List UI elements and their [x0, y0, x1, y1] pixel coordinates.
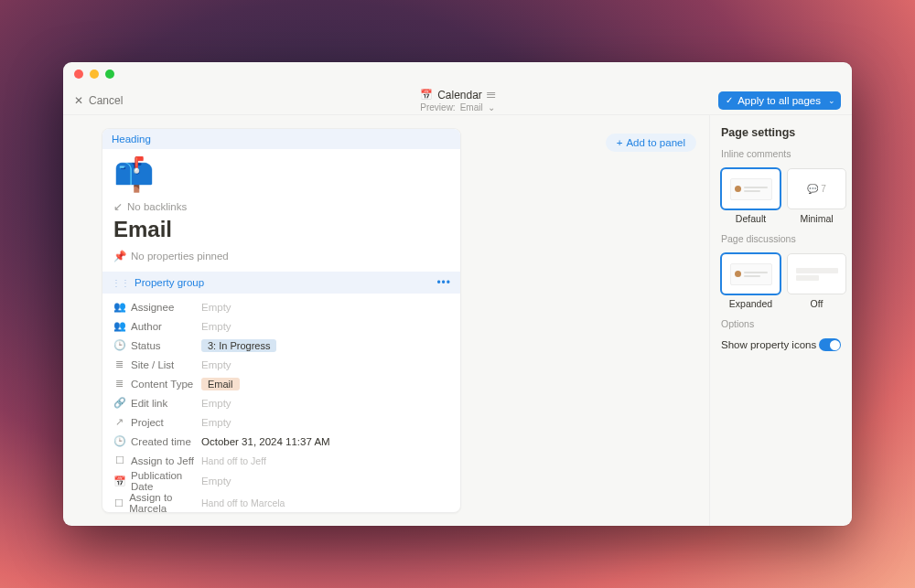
property-group-label: Property group: [135, 277, 204, 288]
property-label: 🔗Edit link: [113, 397, 201, 409]
window-zoom-button[interactable]: [105, 69, 114, 79]
property-label: 🕒Created time: [113, 435, 201, 447]
drag-handle-icon[interactable]: ⋮⋮: [112, 278, 130, 288]
property-value[interactable]: Hand off to Jeff: [201, 455, 266, 466]
property-label: ☐Assign to Marcela: [113, 492, 201, 513]
cancel-label: Cancel: [89, 94, 123, 107]
property-row[interactable]: ☐Assign to MarcelaHand off to Marcela: [113, 492, 449, 513]
apply-to-all-pages-button[interactable]: ✓ Apply to all pages ⌄: [718, 91, 841, 110]
list-icon: ≣: [113, 358, 125, 370]
page-icon[interactable]: 📫: [113, 158, 449, 191]
page-settings-sidebar: Page settings Inline comments Default 💬 …: [709, 115, 852, 526]
more-icon[interactable]: •••: [436, 276, 451, 289]
property-label: ☐Assign to Jeff: [113, 454, 201, 466]
options-label: Options: [721, 318, 841, 329]
property-name: Site / List: [131, 359, 174, 370]
property-row[interactable]: 👥AssigneeEmpty: [113, 297, 449, 316]
property-name: Publication Date: [131, 470, 201, 492]
backlinks-text: No backlinks: [127, 201, 187, 212]
apply-label: Apply to all pages: [737, 95, 821, 106]
property-value[interactable]: Empty: [201, 359, 231, 370]
option-caption: Minimal: [800, 213, 833, 224]
show-property-icons-toggle[interactable]: [819, 338, 841, 351]
heading-label: Heading: [112, 134, 151, 144]
property-row[interactable]: ≣Content TypeEmail: [113, 374, 449, 393]
property-value[interactable]: Empty: [201, 476, 231, 486]
property-row[interactable]: ↗ProjectEmpty: [113, 412, 449, 432]
property-row[interactable]: 👥AuthorEmpty: [113, 316, 449, 336]
property-row[interactable]: ≣Site / ListEmpty: [113, 355, 449, 374]
show-property-icons-label: Show property icons: [721, 339, 816, 350]
property-value[interactable]: Empty: [201, 321, 231, 332]
property-row[interactable]: ☐Assign to JeffHand off to Jeff: [113, 451, 449, 470]
property-list: 👥AssigneeEmpty👥AuthorEmpty🕒Status3: In P…: [102, 294, 460, 513]
inline-comments-label: Inline comments: [721, 148, 841, 159]
property-name: Assign to Marcela: [129, 492, 201, 513]
window-titlebar: [63, 62, 852, 86]
check-icon: ☐: [113, 497, 124, 509]
inline-comments-options: Default 💬 7 Minimal: [721, 168, 841, 224]
property-value[interactable]: Empty: [201, 398, 231, 409]
property-name: Status: [131, 340, 161, 351]
check-icon: ✓: [726, 95, 733, 105]
pin-icon: 📌: [113, 250, 126, 262]
property-value[interactable]: Hand off to Marcela: [201, 497, 285, 508]
cancel-button[interactable]: ✕ Cancel: [74, 94, 123, 107]
property-label: ≣Site / List: [113, 358, 201, 370]
chevron-down-icon: ⌄: [828, 96, 835, 105]
tag: Email: [201, 378, 240, 390]
property-name: Author: [131, 321, 162, 332]
pinned-text: No properties pinned: [131, 251, 229, 262]
property-value[interactable]: 3: In Progress: [201, 339, 276, 352]
property-name: Project: [131, 417, 164, 428]
page-title[interactable]: Email: [113, 217, 449, 242]
inline-comments-default-option[interactable]: [721, 168, 780, 209]
inline-comments-minimal-option[interactable]: 💬 7: [787, 168, 846, 209]
check-icon: ☐: [113, 454, 125, 466]
property-group-header[interactable]: ⋮⋮ Property group •••: [102, 272, 460, 294]
property-row[interactable]: 🕒Status3: In Progress: [113, 336, 449, 355]
property-label: ≣Content Type: [113, 378, 201, 390]
property-value[interactable]: Empty: [201, 417, 231, 428]
arrow-icon: ↗: [113, 416, 125, 428]
property-name: Assignee: [131, 302, 174, 313]
property-name: Assign to Jeff: [131, 455, 194, 466]
database-title-button[interactable]: 📅 Calendar: [420, 89, 495, 102]
backlinks-row[interactable]: ↙ No backlinks: [113, 200, 449, 213]
property-row[interactable]: 🔗Edit linkEmpty: [113, 393, 449, 412]
clock-icon: 🕒: [113, 339, 125, 351]
chevron-down-icon: ⌄: [488, 102, 495, 112]
show-property-icons-row: Show property icons: [721, 338, 841, 351]
preview-selector[interactable]: Preview: Email ⌄: [420, 102, 494, 112]
property-label: 👥Assignee: [113, 301, 201, 313]
window-close-button[interactable]: [74, 69, 83, 79]
people-icon: 👥: [113, 301, 125, 313]
clock-icon: 🕒: [113, 435, 125, 447]
option-caption: Off: [811, 298, 824, 309]
property-label: 📅Publication Date: [113, 470, 201, 492]
close-icon: ✕: [74, 94, 83, 107]
page-discussions-options: Expanded Off: [721, 253, 841, 309]
calendar-icon: 📅: [420, 89, 433, 101]
page-header: 📫 ↙ No backlinks Email 📌 No properties p…: [102, 149, 460, 272]
page-discussions-expanded-option[interactable]: [721, 253, 780, 294]
property-value[interactable]: October 31, 2024 11:37 AM: [201, 436, 330, 447]
backlinks-icon: ↙: [113, 200, 123, 213]
avatar-icon: [735, 186, 741, 192]
property-row[interactable]: 🕒Created timeOctober 31, 2024 11:37 AM: [113, 432, 449, 451]
comment-count: 7: [821, 184, 826, 194]
property-value[interactable]: Email: [201, 378, 240, 390]
heading-section[interactable]: Heading: [102, 129, 460, 149]
comment-icon: 💬: [807, 184, 818, 194]
avatar-icon: [735, 271, 741, 277]
page-discussions-label: Page discussions: [721, 233, 841, 244]
list-icon: ≣: [113, 378, 125, 390]
page-discussions-off-option[interactable]: [787, 253, 846, 294]
property-row[interactable]: 📅Publication DateEmpty: [113, 470, 449, 492]
add-to-panel-button[interactable]: + Add to panel: [606, 134, 696, 152]
property-value[interactable]: Empty: [201, 302, 231, 313]
database-title: Calendar: [437, 89, 482, 102]
preview-label: Preview:: [420, 102, 455, 112]
property-label: ↗Project: [113, 416, 201, 428]
window-minimize-button[interactable]: [90, 69, 99, 79]
